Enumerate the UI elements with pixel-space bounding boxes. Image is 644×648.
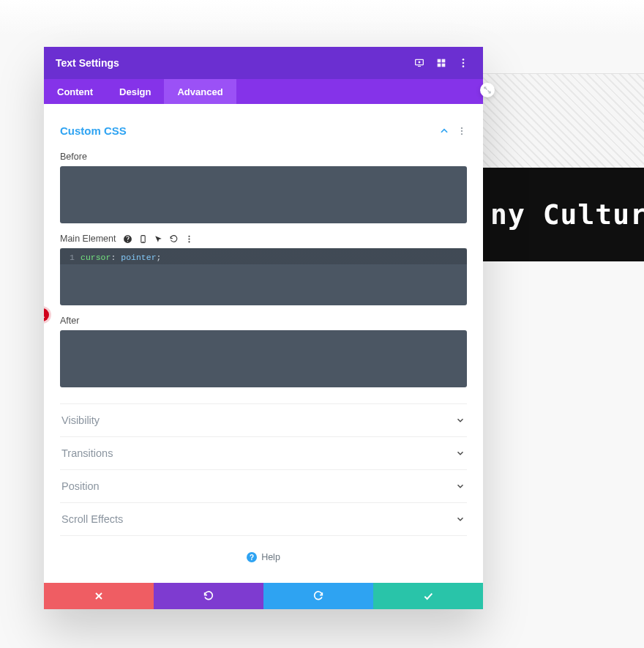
collapse-icon[interactable] [439, 126, 449, 136]
svg-rect-6 [442, 64, 446, 67]
line-number: 1 [64, 251, 75, 264]
css-semicolon-token: ; [157, 253, 162, 262]
svg-point-16 [189, 238, 190, 239]
background-pattern [483, 73, 644, 168]
code-line-1: 1 cursor: pointer; [60, 248, 467, 264]
custom-css-section-title: Custom CSS [60, 124, 127, 137]
before-label: Before [60, 152, 467, 162]
accordion-position-label: Position [61, 480, 100, 492]
svg-point-11 [461, 130, 463, 131]
custom-css-section-header[interactable]: Custom CSS [60, 104, 467, 141]
main-element-label-text: Main Element [60, 234, 116, 244]
tab-design[interactable]: Design [106, 79, 164, 104]
svg-rect-4 [442, 59, 446, 63]
after-label-text: After [60, 316, 79, 326]
svg-rect-2 [418, 66, 421, 67]
main-element-label-row: Main Element [60, 234, 467, 244]
responsive-preview-icon[interactable] [411, 55, 427, 71]
redo-button[interactable] [263, 583, 373, 609]
modal-header: Text Settings Content Design Advanced [44, 47, 483, 104]
css-property-token: cursor [80, 253, 111, 262]
svg-point-10 [461, 127, 463, 128]
help-question-icon: ? [247, 552, 257, 562]
svg-rect-3 [438, 59, 441, 63]
modal-title: Text Settings [56, 57, 119, 69]
modal-tabs: Content Design Advanced [44, 79, 483, 104]
more-menu-icon[interactable] [455, 55, 471, 71]
page-top-gradient [0, 0, 644, 35]
chevron-down-icon [455, 448, 465, 458]
grid-view-icon[interactable] [433, 55, 449, 71]
annotation-badge-1: 1 [44, 308, 49, 321]
chevron-down-icon [455, 415, 465, 425]
hover-state-icon[interactable] [154, 234, 163, 244]
accordion-scroll-effects-label: Scroll Effects [61, 513, 123, 525]
modal-titlebar: Text Settings [44, 47, 483, 79]
modal-extend-handle[interactable] [480, 83, 495, 97]
help-icon[interactable] [123, 234, 132, 244]
main-element-css-editor[interactable]: 1 cursor: pointer; [60, 248, 467, 305]
accordion-visibility[interactable]: Visibility [60, 404, 467, 437]
accordion-scroll-effects[interactable]: Scroll Effects [60, 503, 467, 536]
tab-content[interactable]: Content [44, 79, 106, 104]
svg-point-9 [463, 65, 465, 67]
svg-rect-5 [438, 64, 441, 67]
chevron-down-icon [455, 514, 465, 524]
modal-body: 1 Custom CSS Before Main Element [44, 104, 483, 583]
before-label-text: Before [60, 152, 87, 162]
tab-advanced[interactable]: Advanced [164, 79, 236, 104]
css-value-token: pointer [121, 253, 156, 262]
svg-point-12 [461, 133, 463, 134]
svg-point-8 [463, 62, 465, 64]
after-css-editor[interactable] [60, 330, 467, 387]
accordion-list: Visibility Transitions Position Scroll E… [60, 403, 467, 536]
background-card-title: ny Culture [483, 168, 644, 261]
svg-point-15 [189, 235, 190, 237]
svg-point-17 [189, 241, 190, 242]
undo-button[interactable] [154, 583, 263, 609]
reset-icon[interactable] [169, 234, 179, 244]
chevron-down-icon [455, 481, 465, 491]
modal-footer [44, 583, 483, 609]
section-more-icon[interactable] [457, 126, 467, 136]
before-css-editor[interactable] [60, 166, 467, 223]
save-button[interactable] [373, 583, 483, 609]
accordion-transitions-label: Transitions [61, 447, 113, 459]
field-more-icon[interactable] [184, 234, 194, 244]
accordion-position[interactable]: Position [60, 470, 467, 503]
accordion-visibility-label: Visibility [61, 414, 100, 426]
svg-point-1 [419, 62, 420, 63]
help-link[interactable]: ? Help [60, 552, 467, 562]
svg-point-7 [463, 59, 465, 61]
help-link-label: Help [261, 552, 280, 562]
accordion-transitions[interactable]: Transitions [60, 437, 467, 470]
tablet-icon[interactable] [138, 234, 148, 244]
background-card: ny Culture [483, 73, 644, 261]
discard-button[interactable] [44, 583, 154, 609]
text-settings-modal: Text Settings Content Design Advanced 1 [44, 47, 483, 609]
after-label: After [60, 316, 467, 326]
